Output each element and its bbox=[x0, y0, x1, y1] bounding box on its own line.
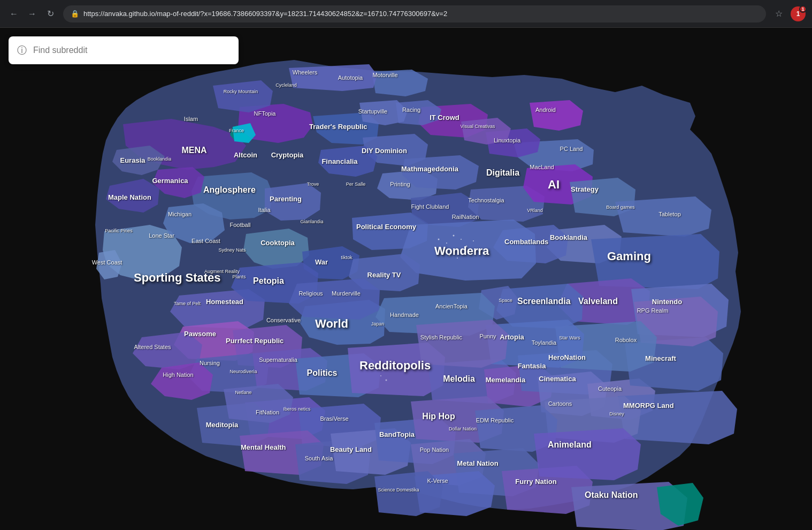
security-icon: 🔒 bbox=[71, 10, 79, 18]
svg-point-6 bbox=[473, 240, 474, 241]
svg-point-7 bbox=[478, 249, 480, 251]
browser-chrome: ← → ↻ 🔒 https://anvaka.github.io/map-of-… bbox=[0, 0, 812, 28]
svg-point-14 bbox=[380, 375, 381, 376]
search-box: ⓘ bbox=[9, 36, 239, 64]
svg-point-3 bbox=[453, 235, 455, 237]
address-bar[interactable]: 🔒 https://anvaka.github.io/map-of-reddit… bbox=[63, 5, 766, 22]
profile-badge: 1 bbox=[799, 5, 807, 13]
svg-point-8 bbox=[441, 251, 442, 252]
refresh-button[interactable]: ↻ bbox=[43, 6, 58, 21]
map-svg bbox=[0, 28, 812, 530]
svg-point-4 bbox=[461, 239, 462, 240]
search-input[interactable] bbox=[33, 46, 230, 55]
svg-point-2 bbox=[446, 243, 447, 244]
url-display: https://anvaka.github.io/map-of-reddit/?… bbox=[83, 10, 759, 18]
info-icon: ⓘ bbox=[17, 44, 27, 57]
svg-point-9 bbox=[449, 255, 450, 256]
nav-buttons: ← → ↻ bbox=[6, 6, 58, 21]
bookmark-button[interactable]: ☆ bbox=[771, 6, 786, 21]
svg-point-12 bbox=[382, 370, 383, 371]
svg-point-15 bbox=[386, 380, 387, 381]
map-container[interactable]: ⓘ bbox=[0, 28, 812, 530]
svg-point-10 bbox=[457, 258, 458, 259]
forward-button[interactable]: → bbox=[25, 6, 40, 21]
back-button[interactable]: ← bbox=[6, 6, 21, 21]
svg-point-11 bbox=[374, 366, 376, 367]
svg-point-13 bbox=[389, 367, 390, 369]
browser-actions: ☆ 1 1 bbox=[771, 6, 806, 21]
profile-button[interactable]: 1 1 bbox=[791, 6, 806, 21]
svg-point-5 bbox=[466, 246, 468, 247]
svg-point-1 bbox=[438, 239, 440, 240]
